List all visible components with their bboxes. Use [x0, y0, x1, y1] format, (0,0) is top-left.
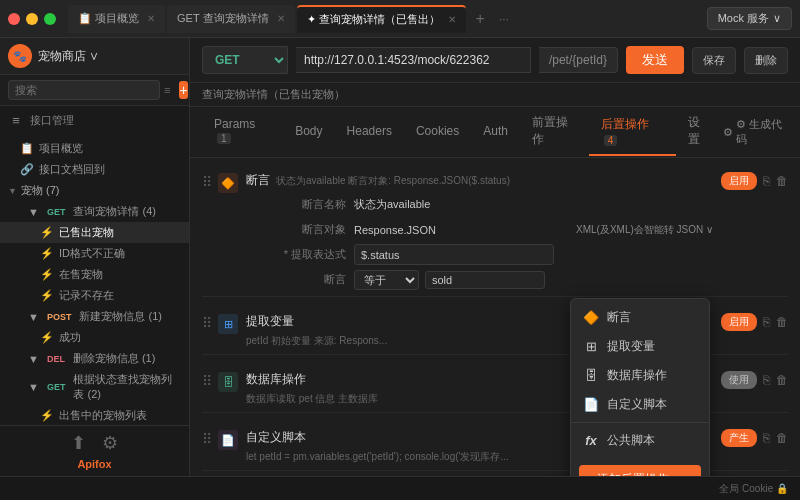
name-field-value: 状态为available	[354, 194, 713, 215]
drag-handle[interactable]: ⠿	[202, 373, 212, 389]
avatar: 🐾	[8, 44, 32, 68]
params-count: 1	[217, 133, 231, 144]
assert-fields: 断言名称 状态为available 断言对象 Response.JSON XML…	[246, 194, 713, 290]
tab-settings[interactable]: 设置	[676, 107, 722, 157]
extract-toggle[interactable]: 启用	[721, 313, 757, 331]
tab-pre-actions[interactable]: 前置操作	[520, 107, 589, 157]
tab-close-icon[interactable]: ✕	[277, 13, 285, 24]
context-menu-label: 数据库操作	[607, 367, 667, 384]
add-post-action-button[interactable]: 添加后置操作 ∨	[579, 465, 701, 476]
settings-icon[interactable]: ⚙	[102, 432, 118, 454]
assert-copy-icon[interactable]: ⎘	[763, 174, 770, 188]
drag-handle[interactable]: ⠿	[202, 174, 212, 190]
script-copy-icon[interactable]: ⎘	[763, 431, 770, 445]
sidebar-item-available[interactable]: ⚡ 在售宠物	[0, 264, 189, 285]
search-input[interactable]	[8, 80, 160, 100]
sidebar-item-overview[interactable]: 📋 项目概览	[0, 138, 189, 159]
get-badge: GET	[44, 206, 69, 218]
maximize-button[interactable]	[44, 13, 56, 25]
del-badge: DEL	[44, 353, 68, 365]
folder-label: 宠物 (7)	[21, 183, 60, 198]
save-button[interactable]: 保存	[692, 47, 736, 74]
thunder-icon: ⚡	[40, 247, 54, 260]
extract-input[interactable]	[354, 244, 554, 265]
sidebar-item-invalid-id[interactable]: ⚡ ID格式不正确	[0, 243, 189, 264]
xml-note: XML(及XML)会智能转 JSON ∨	[576, 223, 713, 237]
arrow-icon: ▼	[28, 381, 39, 393]
add-action-container: 添加后置操作 ∨	[571, 455, 709, 476]
drag-handle[interactable]: ⠿	[202, 315, 212, 331]
tab-pet-detail-sold[interactable]: ✦ 查询宠物详情（已售出） ✕	[297, 5, 466, 33]
tab-params[interactable]: Params 1	[202, 110, 283, 154]
tab-label: GET 查询宠物详情	[177, 11, 268, 26]
more-tabs-icon[interactable]: ···	[499, 12, 509, 26]
share-icon[interactable]: ⬆	[71, 432, 86, 454]
extract-copy-icon[interactable]: ⎘	[763, 315, 770, 329]
context-menu-assert[interactable]: 🔶 断言	[571, 303, 709, 332]
status-bar: 全局 Cookie 🔒	[0, 476, 800, 500]
context-menu-label: 提取变量	[607, 338, 655, 355]
db-toggle[interactable]: 使用	[721, 371, 757, 389]
tab-close-icon[interactable]: ✕	[448, 14, 456, 25]
cond-select[interactable]: 等于 不等于	[354, 270, 419, 290]
tab-headers[interactable]: Headers	[335, 117, 404, 147]
assert-toggle[interactable]: 启用	[721, 172, 757, 190]
sidebar-project-title: 宠物商店 ∨	[38, 48, 181, 65]
context-menu-script[interactable]: 📄 自定义脚本	[571, 390, 709, 419]
sidebar-folder-post[interactable]: ▼ POST 新建宠物信息 (1)	[0, 306, 189, 327]
sidebar-folder-list[interactable]: ▼ GET 根据状态查找宠物列表 (2)	[0, 369, 189, 405]
tab-post-actions[interactable]: 后置操作 4	[589, 109, 676, 156]
filter-icon[interactable]: ≡	[164, 84, 170, 96]
db-delete-icon[interactable]: 🗑	[776, 373, 788, 387]
script-actions-right: 产生 ⎘ 🗑	[721, 429, 788, 447]
new-tab-button[interactable]: +	[468, 6, 493, 32]
script-toggle[interactable]: 产生	[721, 429, 757, 447]
tab-close-icon[interactable]: ✕	[147, 13, 155, 24]
url-input[interactable]	[296, 47, 531, 73]
context-menu-extract[interactable]: ⊞ 提取变量	[571, 332, 709, 361]
main-layout: 🐾 宠物商店 ∨ ≡ + ≡ 接口管理 📋 项目概览 🔗 接口文档回到	[0, 38, 800, 476]
context-menu-public-script[interactable]: fx 公共脚本	[571, 426, 709, 455]
db-icon: 🗄	[218, 372, 238, 392]
global-cookie-status[interactable]: 全局 Cookie 🔒	[719, 482, 788, 496]
assert-delete-icon[interactable]: 🗑	[776, 174, 788, 188]
delete-button[interactable]: 删除	[744, 47, 788, 74]
context-menu-db[interactable]: 🗄 数据库操作	[571, 361, 709, 390]
sidebar-folder-del[interactable]: ▼ DEL 删除宠物信息 (1)	[0, 348, 189, 369]
script-delete-icon[interactable]: 🗑	[776, 431, 788, 445]
db-menu-icon: 🗄	[583, 368, 599, 384]
cond-value-input[interactable]	[425, 271, 545, 289]
extract-field-label: * 提取表达式	[246, 244, 346, 265]
sidebar-header: 🐾 宠物商店 ∨	[0, 38, 189, 75]
sidebar-bottom: ⬆ ⚙ Apifox	[0, 425, 189, 476]
minimize-button[interactable]	[26, 13, 38, 25]
action-row-assert: ⠿ 🔶 断言 状态为available 断言对象: Response.JSON(…	[202, 166, 788, 297]
send-button[interactable]: 发送	[626, 46, 684, 74]
titlebar-right: Mock 服务 ∨	[707, 7, 792, 30]
sidebar-item-onsale[interactable]: ⚡ 出售中的宠物列表	[0, 405, 189, 425]
sidebar-item-not-found[interactable]: ⚡ 记录不存在	[0, 285, 189, 306]
extract-delete-icon[interactable]: 🗑	[776, 315, 788, 329]
mock-service-button[interactable]: Mock 服务 ∨	[707, 7, 792, 30]
sidebar-folder-query[interactable]: ▼ GET 查询宠物详情 (4)	[0, 201, 189, 222]
tab-body[interactable]: Body	[283, 117, 334, 147]
tab-cookies[interactable]: Cookies	[404, 117, 471, 147]
sidebar-item-doc[interactable]: 🔗 接口文档回到	[0, 159, 189, 180]
tab-project-overview[interactable]: 📋 项目概览 ✕	[68, 5, 165, 33]
tab-pet-detail[interactable]: GET 查询宠物详情 ✕	[167, 5, 294, 33]
close-button[interactable]	[8, 13, 20, 25]
drag-handle[interactable]: ⠿	[202, 431, 212, 447]
gen-code-label: ⚙ 生成代码	[736, 117, 788, 147]
gear-icon: ⚙	[723, 126, 733, 139]
sidebar-folder-pet[interactable]: ▼ 宠物 (7)	[0, 180, 189, 201]
db-copy-icon[interactable]: ⎘	[763, 373, 770, 387]
sidebar-nav-interface[interactable]: ≡ 接口管理	[0, 106, 189, 134]
sidebar-item-sold-pet[interactable]: ⚡ 已售出宠物	[0, 222, 189, 243]
generate-code-button[interactable]: ⚙ ⚙ 生成代码	[723, 117, 788, 147]
content-area: GET POST PUT DELETE /pet/{petId} 发送 保存 删…	[190, 38, 800, 476]
add-api-button[interactable]: +	[179, 81, 187, 99]
method-select[interactable]: GET POST PUT DELETE	[202, 46, 288, 74]
sidebar-item-success[interactable]: ⚡ 成功	[0, 327, 189, 348]
sidebar-item-label: 出售中的宠物列表	[59, 408, 147, 423]
tab-auth[interactable]: Auth	[471, 117, 520, 147]
